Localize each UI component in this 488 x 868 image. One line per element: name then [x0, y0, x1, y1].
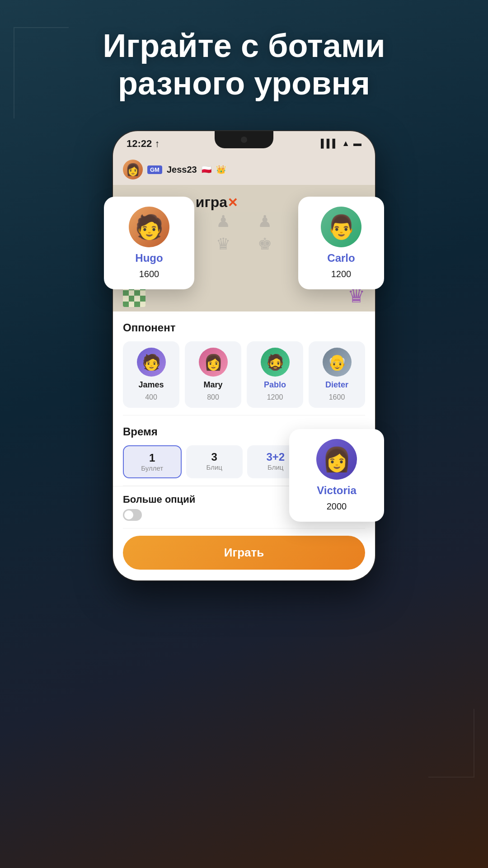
- carlo-avatar: 👨: [321, 207, 361, 247]
- james-avatar: 🧑: [137, 348, 166, 377]
- hugo-card[interactable]: 🧑 Hugo 1600: [104, 197, 194, 289]
- victoria-card[interactable]: 👩 Victoria 2000: [289, 429, 384, 522]
- opponent-section-title: Оппонент: [123, 321, 365, 334]
- carlo-card[interactable]: 👨 Carlo 1200: [298, 197, 384, 289]
- time-3plus2-value: 3+2: [266, 451, 285, 463]
- dieter-avatar: 👴: [323, 348, 352, 377]
- gm-badge: GM: [147, 165, 162, 174]
- play-button-section: Играть: [113, 528, 375, 580]
- opponent-mary[interactable]: 👩 Mary 800: [185, 341, 241, 408]
- status-icons: ▌▌▌ ▲ ▬: [321, 139, 361, 148]
- opponent-pablo[interactable]: 🧔 Pablo 1200: [247, 341, 303, 408]
- battery-icon: ▬: [353, 139, 361, 148]
- phone-notch: [215, 131, 273, 148]
- pablo-avatar: 🧔: [261, 348, 290, 377]
- mary-rating: 800: [207, 393, 219, 401]
- user-bar: 👩 GM Jess23 🇵🇱 👑: [113, 156, 375, 185]
- hugo-name: Hugo: [135, 252, 163, 264]
- user-avatar: 👩: [123, 160, 143, 179]
- james-rating: 400: [145, 393, 157, 401]
- play-button[interactable]: Играть: [123, 536, 365, 570]
- carlo-rating: 1200: [331, 269, 352, 279]
- headline: Играйте с ботами разного уровня: [0, 27, 488, 102]
- signal-icon: ▌▌▌: [321, 139, 338, 148]
- hugo-rating: 1600: [139, 269, 160, 279]
- wifi-icon: ▲: [342, 139, 350, 148]
- mary-avatar: 👩: [199, 348, 228, 377]
- james-name: James: [138, 380, 164, 390]
- user-flag: 🇵🇱: [202, 165, 211, 175]
- front-camera: [241, 137, 247, 143]
- victoria-avatar: 👩: [316, 439, 357, 480]
- dieter-name: Dieter: [325, 380, 348, 390]
- carlo-name: Carlo: [327, 252, 355, 264]
- opponent-section: Оппонент 🧑 James 400 👩 Mary: [113, 311, 375, 415]
- pablo-rating: 1200: [267, 393, 283, 401]
- opponents-row: 🧑 James 400 👩 Mary 800 🧔: [123, 341, 365, 408]
- time-3-value: 3: [211, 451, 217, 463]
- status-bar: 12:22 ↑ ▌▌▌ ▲ ▬: [113, 131, 375, 156]
- opponent-james[interactable]: 🧑 James 400: [123, 341, 179, 408]
- mary-name: Mary: [203, 380, 222, 390]
- victoria-rating: 2000: [327, 501, 347, 512]
- time-3-label: Блиц: [206, 463, 222, 471]
- pablo-name: Pablo: [264, 380, 286, 390]
- time-3-blitz[interactable]: 3 Блиц: [186, 445, 243, 478]
- hugo-avatar: 🧑: [129, 207, 169, 247]
- dieter-rating: 1600: [329, 393, 345, 401]
- phone-mockup: 🧑 Hugo 1600 👨 Carlo 1200 👩 Victoria 2000…: [113, 131, 375, 580]
- user-name: Jess23: [167, 165, 197, 175]
- headline-line1: Играйте с ботами: [36, 27, 452, 65]
- opponent-dieter[interactable]: 👴 Dieter 1600: [309, 341, 365, 408]
- time-3plus2-label: Блиц: [267, 463, 283, 471]
- victoria-name: Victoria: [317, 484, 357, 497]
- headline-line2: разного уровня: [36, 65, 452, 102]
- crown-icon: 👑: [216, 165, 226, 175]
- options-toggle[interactable]: [123, 509, 142, 521]
- time-1-label: Буллет: [141, 464, 163, 472]
- time-1-bullet[interactable]: 1 Буллет: [123, 445, 182, 478]
- phone-time: 12:22 ↑: [127, 138, 160, 150]
- time-1-value: 1: [149, 452, 155, 464]
